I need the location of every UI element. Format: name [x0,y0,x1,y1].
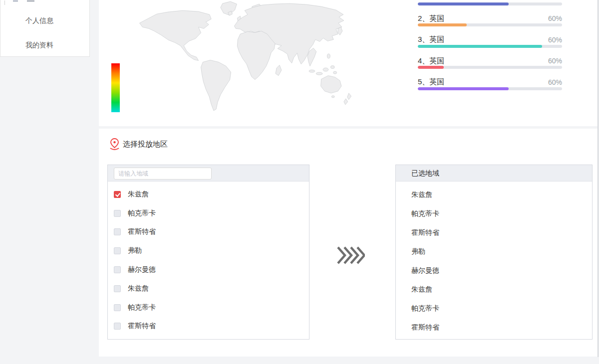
selected-region-row[interactable]: 霍斯特省 [396,318,592,337]
selected-region-label: 帕克蒂卡 [411,209,439,217]
ranking-progress-fill [418,23,467,26]
region-source-panel: 朱兹詹 帕克蒂卡 霍斯特省 弗勒 [107,165,309,340]
sidebar-cut-item-fragment [4,0,5,5]
selected-region-row[interactable]: 帕克蒂卡 [396,299,592,318]
ranking-row: 2、英国 60% [418,13,562,34]
ranking-list: 2、英国 60% 3、英国 60% 4、英国 [418,0,562,98]
ranking-progress-track [418,2,562,5]
transfer-arrow-icon [337,246,365,264]
target-panel-title: 已选地域 [396,165,592,181]
region-option-row[interactable]: 帕克蒂卡 [108,298,309,317]
section-header: 选择投放地区 [109,138,168,151]
region-target-list: 朱兹詹 帕克蒂卡 霍斯特省 弗勒 赫尔曼德 朱兹詹 [396,182,592,337]
sidebar-menu-item[interactable]: 我的资料 [25,40,53,50]
sidebar-item-label: 我的资料 [25,41,53,49]
selected-region-row[interactable]: 霍斯特省 [396,223,592,242]
region-option-label: 赫尔曼德 [128,265,156,274]
region-checkbox[interactable] [114,323,121,330]
ranking-label: 4、英国 [418,56,444,66]
sidebar-item-label: 个人信息 [25,16,53,24]
ranking-row: 4、英国 60% [418,56,562,77]
region-checkbox[interactable] [114,210,121,217]
region-option-row[interactable]: 霍斯特省 [108,317,309,336]
map-heat-legend [111,63,120,112]
map-ranking-card: 2、英国 60% 3、英国 60% 4、英国 [99,0,598,126]
ranking-label: 2、英国 [418,14,444,23]
region-option-label: 霍斯特省 [128,227,156,236]
selected-region-label: 帕克蒂卡 [411,304,439,312]
ranking-progress-track [418,45,562,48]
selected-region-row[interactable]: 帕克蒂卡 [396,204,592,223]
region-option-label: 弗勒 [128,246,142,255]
selected-region-label: 赫尔曼德 [411,266,439,274]
selected-region-label: 弗勒 [411,247,425,255]
region-option-row[interactable]: 朱兹詹 [108,279,309,298]
ranking-progress-track [418,87,562,90]
selected-region-label: 霍斯特省 [411,228,439,236]
ranking-percent: 60% [548,14,562,22]
region-target-panel: 已选地域 朱兹詹 帕克蒂卡 霍斯特省 弗勒 [395,165,593,340]
region-checkbox[interactable] [114,247,121,254]
ranking-progress-track [418,23,562,26]
region-option-label: 霍斯特省 [128,322,156,331]
ranking-label: 3、英国 [418,35,444,44]
ranking-row: 3、英国 60% [418,35,562,56]
world-map [125,0,370,117]
ranking-percent: 60% [548,78,562,86]
ranking-progress-fill [418,2,509,5]
region-checkbox[interactable] [114,228,121,235]
content-right-edge [598,0,599,357]
ranking-progress-fill [418,45,542,48]
selected-region-row[interactable]: 赫尔曼德 [396,261,592,280]
region-checkbox[interactable] [114,191,121,198]
sidebar-menu-item[interactable]: 个人信息 [25,15,53,25]
region-option-row[interactable]: 帕克蒂卡 [108,204,309,223]
sidebar-cut-item-fragment [27,0,34,1]
ranking-row [418,0,562,13]
region-search-input[interactable] [114,168,212,180]
region-source-list: 朱兹詹 帕克蒂卡 霍斯特省 弗勒 [108,182,309,336]
selected-region-row[interactable]: 朱兹詹 [396,185,592,204]
region-checkbox[interactable] [114,285,121,292]
region-option-label: 帕克蒂卡 [128,303,156,312]
region-option-label: 帕克蒂卡 [128,209,156,218]
sidebar: 个人信息 我的资料 [0,0,90,57]
sidebar-cut-item-fragment [13,0,18,1]
ranking-progress-fill [418,66,444,69]
location-pin-icon [109,138,120,151]
region-option-row[interactable]: 霍斯特省 [108,223,309,242]
source-panel-header [108,165,309,182]
ranking-label: 5、英国 [418,77,444,87]
selected-region-label: 朱兹詹 [411,285,432,293]
region-checkbox[interactable] [114,266,121,273]
selected-region-row[interactable]: 弗勒 [396,242,592,261]
ranking-progress-track [418,66,562,69]
ranking-percent: 60% [548,57,562,65]
section-title: 选择投放地区 [123,140,168,149]
selected-region-row[interactable]: 朱兹詹 [396,280,592,299]
ranking-percent: 60% [548,36,562,44]
selected-region-label: 霍斯特省 [411,323,439,331]
ranking-row: 5、英国 60% [418,77,562,98]
region-option-row[interactable]: 弗勒 [108,241,309,260]
region-checkbox[interactable] [114,304,121,311]
region-option-row[interactable]: 赫尔曼德 [108,260,309,279]
target-panel-header: 已选地域 [396,165,592,182]
region-option-label: 朱兹詹 [128,190,149,199]
region-select-card: 选择投放地区 朱兹詹 帕克蒂卡 霍斯特省 [99,129,598,357]
region-option-label: 朱兹詹 [128,284,149,293]
ranking-progress-fill [418,87,509,90]
selected-region-label: 朱兹詹 [411,190,432,198]
region-option-row[interactable]: 朱兹詹 [108,185,309,204]
